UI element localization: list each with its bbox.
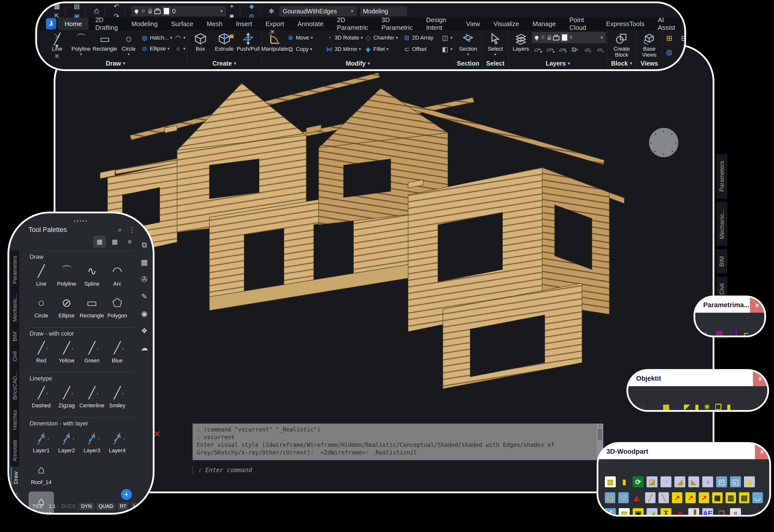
- woodpart-panel2-icon[interactable]: ◱: [730, 476, 741, 487]
- palette-tab[interactable]: BIM: [11, 327, 19, 346]
- palette-tab[interactable]: BricsCAD...: [11, 367, 19, 405]
- palette-tab[interactable]: Civil: [11, 346, 19, 367]
- close-button[interactable]: x: [755, 444, 769, 459]
- woodpart-grid1-icon[interactable]: ▦: [712, 492, 723, 503]
- view-list-button[interactable]: ≡: [124, 236, 135, 247]
- show-entities-icon[interactable]: ⊞: [664, 33, 674, 43]
- tool-tile[interactable]: ∿ Spline: [79, 261, 105, 293]
- taper-face-icon[interactable]: ◧▾: [441, 45, 453, 53]
- base-views-button[interactable]: Base Views: [638, 31, 661, 58]
- right-panel-tab[interactable]: Parameters: [716, 154, 727, 199]
- ribbon-tab[interactable]: AI Assist: [651, 18, 682, 30]
- modify-button[interactable]: ⊕ Move▾: [287, 34, 325, 42]
- status-toggle[interactable]: 1:1: [47, 503, 58, 510]
- hatch-button[interactable]: ◍ Hatch...▾: [141, 34, 172, 42]
- tool-tile[interactable]: ⌒ Polyline: [54, 261, 79, 293]
- ribbon-tab[interactable]: 3D Parametric: [375, 18, 420, 30]
- select-button[interactable]: Select▾: [484, 31, 507, 56]
- woodpart-corner2-icon[interactable]: ↗: [685, 492, 696, 503]
- modify-panel-label[interactable]: Modify▾: [263, 59, 453, 68]
- dim-90-icon[interactable]: ↔: [650, 403, 658, 411]
- layer-merge-icon[interactable]: ⧉ ▾: [569, 45, 580, 54]
- layers-button[interactable]: Layers: [510, 31, 532, 52]
- param-fence-icon[interactable]: ▦: [715, 328, 723, 337]
- paperclip-icon[interactable]: ✇: [141, 275, 147, 284]
- woodpart-print-icon[interactable]: ≡: [730, 508, 741, 517]
- palette-tab[interactable]: Hatches: [11, 405, 19, 435]
- woodpart-notch-icon[interactable]: ◡: [752, 492, 763, 503]
- checker-icon[interactable]: ▩: [52, 1, 62, 11]
- woodpart-recycle-icon[interactable]: ⟳: [633, 476, 644, 487]
- woodpart-saw4-icon[interactable]: ◣: [688, 476, 699, 487]
- layers-panel-label[interactable]: Layers▾: [510, 59, 606, 68]
- view-grid-large-button[interactable]: ▦: [94, 236, 106, 247]
- woodpart-panel1-icon[interactable]: ◰: [716, 476, 727, 487]
- right-panel-tab[interactable]: BIM: [716, 249, 727, 274]
- woodpart-angle-icon[interactable]: ◭: [632, 492, 642, 503]
- scroll-thumb[interactable]: [598, 429, 602, 440]
- frame-icon[interactable]: □: [675, 403, 679, 411]
- manipulate-button[interactable]: Manipulate: [263, 31, 286, 52]
- section-button[interactable]: Section▾: [456, 31, 480, 56]
- app-logo[interactable]: λ: [46, 18, 56, 30]
- ellipse-button[interactable]: ⊘ Ellipse▾: [141, 44, 172, 53]
- wand-icon[interactable]: ✳: [704, 403, 710, 411]
- arc-button[interactable]: ◠ ▾: [174, 34, 186, 42]
- status-toggle[interactable]: HKA: [131, 503, 146, 510]
- woodpart-corner1-icon[interactable]: ↗: [672, 492, 682, 503]
- undo-icon[interactable]: ↶: [112, 1, 121, 11]
- tool-tile[interactable]: ╱↗› Layer3: [79, 428, 105, 460]
- woodpart-grid3-icon[interactable]: ▤: [739, 492, 749, 503]
- tool-tile[interactable]: ○ Circle: [29, 293, 54, 325]
- ribbon-tab[interactable]: Export: [259, 18, 291, 30]
- edges-cube-icon[interactable]: ◆: [247, 1, 257, 11]
- pieces-icon[interactable]: ❒: [715, 403, 722, 411]
- woodpart-cut2-icon[interactable]: ╲: [658, 492, 669, 503]
- ribbon-tab[interactable]: Home: [58, 18, 88, 30]
- tool-tile[interactable]: ╱↗› Layer4: [105, 428, 130, 460]
- tool-tile[interactable]: ╱› Blue: [105, 338, 130, 370]
- print-icon[interactable]: ⎙: [92, 6, 102, 16]
- door-icon[interactable]: ▮: [695, 403, 699, 411]
- modify-button[interactable]: ⊂ Offset: [403, 45, 441, 53]
- layer-state-icon[interactable]: ▱ ✔: [582, 45, 593, 54]
- block-panel-label[interactable]: Block▾: [609, 59, 634, 68]
- layer-freeze-icon[interactable]: ▱ ❄ ▾: [557, 45, 568, 54]
- create-block-button[interactable]: Create Block: [610, 31, 633, 58]
- woodpart-ae-icon[interactable]: AE: [702, 508, 713, 517]
- status-toggle[interactable]: DUCS: [59, 503, 78, 510]
- gear-icon[interactable]: ✻: [267, 6, 276, 16]
- donut-button[interactable]: ○ ▾: [174, 44, 186, 53]
- woodpart-box-icon[interactable]: ❒: [716, 508, 727, 517]
- tool-tile[interactable]: ╱↗› Layer1: [29, 428, 54, 460]
- create-panel-label[interactable]: Create▾: [189, 59, 260, 68]
- woodpart-delete-icon[interactable]: ✕: [674, 508, 685, 517]
- layer-new-icon[interactable]: ▱ ● ▾: [532, 45, 543, 54]
- layer-combobox[interactable]: ❄ 0 ▾: [131, 6, 226, 16]
- close-button[interactable]: x: [750, 297, 764, 313]
- draw-panel-label[interactable]: Draw▾: [45, 59, 186, 68]
- rectangle-button[interactable]: ▭ Rectangle: [93, 31, 116, 56]
- modify-button[interactable]: ⋈ 3D Mirror▾: [326, 45, 363, 53]
- tabs-scroll-up-icon[interactable]: ˄: [11, 491, 23, 497]
- status-toggle[interactable]: DYN: [79, 503, 94, 510]
- woodpart-hole2-icon[interactable]: ▽: [618, 492, 629, 503]
- ribbon-tab[interactable]: Point Cloud: [563, 18, 599, 30]
- tool-tile[interactable]: ╱ Line: [29, 261, 54, 293]
- ribbon-tab[interactable]: Design Intent: [420, 18, 460, 30]
- ribbon-tab[interactable]: Surface: [164, 18, 200, 30]
- woodpart-arrowl-icon[interactable]: ❮: [605, 508, 616, 517]
- woodpart-saw3-icon[interactable]: ◢: [674, 476, 685, 487]
- ribbon-tab[interactable]: Modeling: [125, 18, 164, 30]
- balloon-icon[interactable]: ◉: [141, 309, 148, 318]
- woodpart-hole1-icon[interactable]: ▢: [605, 492, 615, 503]
- woodpart-saw6-icon[interactable]: ◪: [744, 476, 755, 487]
- layer-explore-icon[interactable]: ▱ ✳: [594, 45, 605, 54]
- window-icon[interactable]: ▦: [662, 403, 669, 411]
- tool-tile[interactable]: ◠ Arc: [105, 261, 130, 293]
- kebab-menu-icon[interactable]: ⋮: [128, 226, 135, 234]
- views-panel-label[interactable]: Views: [638, 59, 661, 68]
- add-button[interactable]: +: [121, 489, 132, 500]
- woodpart-blob-icon[interactable]: ▮: [619, 476, 630, 487]
- tool-tile[interactable]: ╱› Centerline: [79, 383, 105, 415]
